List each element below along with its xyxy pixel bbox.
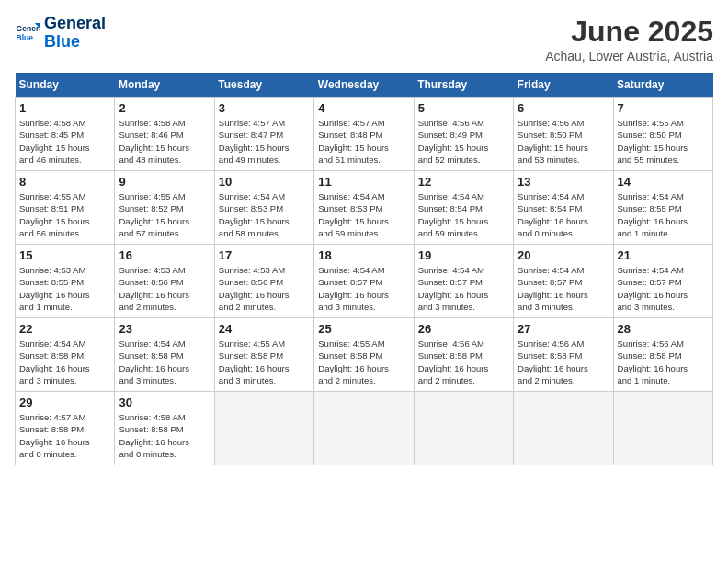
- calendar-week-row: 29Sunrise: 4:57 AM Sunset: 8:58 PM Dayli…: [16, 392, 713, 465]
- day-number: 7: [618, 101, 709, 115]
- day-number: 6: [518, 101, 609, 115]
- day-number: 10: [219, 175, 310, 189]
- day-info: Sunrise: 4:54 AM Sunset: 8:53 PM Dayligh…: [219, 190, 310, 239]
- day-info: Sunrise: 4:56 AM Sunset: 8:58 PM Dayligh…: [518, 338, 609, 386]
- table-row: 9Sunrise: 4:55 AM Sunset: 8:52 PM Daylig…: [115, 171, 214, 245]
- col-monday: Monday: [115, 73, 214, 98]
- day-info: Sunrise: 4:53 AM Sunset: 8:55 PM Dayligh…: [19, 264, 110, 313]
- day-number: 26: [418, 322, 509, 336]
- day-info: Sunrise: 4:54 AM Sunset: 8:57 PM Dayligh…: [618, 264, 709, 313]
- day-number: 4: [318, 101, 409, 115]
- table-row: [314, 392, 414, 465]
- table-row: [613, 392, 712, 465]
- location-subtitle: Achau, Lower Austria, Austria: [545, 49, 713, 63]
- day-info: Sunrise: 4:55 AM Sunset: 8:58 PM Dayligh…: [219, 338, 310, 386]
- table-row: 11Sunrise: 4:54 AM Sunset: 8:53 PM Dayli…: [314, 171, 414, 245]
- day-info: Sunrise: 4:57 AM Sunset: 8:58 PM Dayligh…: [19, 411, 110, 460]
- page-header: General Blue General Blue June 2025 Acha…: [15, 15, 713, 63]
- table-row: 22Sunrise: 4:54 AM Sunset: 8:58 PM Dayli…: [16, 318, 115, 392]
- table-row: 17Sunrise: 4:53 AM Sunset: 8:56 PM Dayli…: [214, 245, 313, 318]
- day-number: 29: [19, 396, 110, 409]
- day-info: Sunrise: 4:56 AM Sunset: 8:50 PM Dayligh…: [518, 117, 609, 166]
- table-row: [414, 392, 513, 465]
- day-number: 13: [518, 175, 609, 189]
- day-number: 16: [119, 248, 210, 262]
- day-number: 21: [618, 248, 709, 262]
- table-row: 16Sunrise: 4:53 AM Sunset: 8:56 PM Dayli…: [115, 245, 214, 318]
- day-number: 18: [318, 248, 409, 262]
- logo-text: General Blue: [44, 15, 106, 52]
- logo-icon: General Blue: [15, 20, 40, 46]
- day-number: 3: [219, 101, 310, 115]
- col-saturday: Saturday: [613, 73, 712, 98]
- day-number: 22: [19, 322, 110, 336]
- table-row: 4Sunrise: 4:57 AM Sunset: 8:48 PM Daylig…: [314, 98, 414, 171]
- calendar-week-row: 15Sunrise: 4:53 AM Sunset: 8:55 PM Dayli…: [16, 245, 713, 318]
- day-info: Sunrise: 4:56 AM Sunset: 8:58 PM Dayligh…: [618, 338, 709, 386]
- day-info: Sunrise: 4:54 AM Sunset: 8:53 PM Dayligh…: [318, 190, 409, 239]
- table-row: 14Sunrise: 4:54 AM Sunset: 8:55 PM Dayli…: [613, 171, 712, 245]
- day-number: 1: [19, 101, 110, 115]
- table-row: 10Sunrise: 4:54 AM Sunset: 8:53 PM Dayli…: [214, 171, 313, 245]
- day-info: Sunrise: 4:54 AM Sunset: 8:58 PM Dayligh…: [119, 338, 210, 386]
- day-number: 5: [418, 101, 509, 115]
- calendar-table: Sunday Monday Tuesday Wednesday Thursday…: [15, 73, 713, 465]
- table-row: 18Sunrise: 4:54 AM Sunset: 8:57 PM Dayli…: [314, 245, 414, 318]
- day-number: 30: [119, 396, 210, 409]
- table-row: 6Sunrise: 4:56 AM Sunset: 8:50 PM Daylig…: [514, 98, 613, 171]
- table-row: [214, 392, 313, 465]
- day-info: Sunrise: 4:54 AM Sunset: 8:54 PM Dayligh…: [518, 190, 609, 239]
- title-area: June 2025 Achau, Lower Austria, Austria: [545, 15, 713, 63]
- day-number: 14: [618, 175, 709, 189]
- day-info: Sunrise: 4:54 AM Sunset: 8:55 PM Dayligh…: [618, 190, 709, 239]
- col-friday: Friday: [514, 73, 613, 98]
- day-info: Sunrise: 4:54 AM Sunset: 8:57 PM Dayligh…: [518, 264, 609, 313]
- day-number: 17: [219, 248, 310, 262]
- table-row: 8Sunrise: 4:55 AM Sunset: 8:51 PM Daylig…: [16, 171, 115, 245]
- col-sunday: Sunday: [16, 73, 115, 98]
- day-number: 23: [119, 322, 210, 336]
- logo: General Blue General Blue: [15, 15, 106, 52]
- table-row: 23Sunrise: 4:54 AM Sunset: 8:58 PM Dayli…: [115, 318, 214, 392]
- day-info: Sunrise: 4:54 AM Sunset: 8:57 PM Dayligh…: [418, 264, 509, 313]
- day-number: 9: [119, 175, 210, 189]
- day-number: 24: [219, 322, 310, 336]
- table-row: 1Sunrise: 4:58 AM Sunset: 8:45 PM Daylig…: [16, 98, 115, 171]
- table-row: 7Sunrise: 4:55 AM Sunset: 8:50 PM Daylig…: [613, 98, 712, 171]
- calendar-week-row: 1Sunrise: 4:58 AM Sunset: 8:45 PM Daylig…: [16, 98, 713, 171]
- day-number: 15: [19, 248, 110, 262]
- col-tuesday: Tuesday: [214, 73, 313, 98]
- day-number: 11: [318, 175, 409, 189]
- day-number: 25: [318, 322, 409, 336]
- table-row: 3Sunrise: 4:57 AM Sunset: 8:47 PM Daylig…: [214, 98, 313, 171]
- table-row: 15Sunrise: 4:53 AM Sunset: 8:55 PM Dayli…: [16, 245, 115, 318]
- day-info: Sunrise: 4:55 AM Sunset: 8:51 PM Dayligh…: [19, 190, 110, 239]
- month-year-title: June 2025: [545, 15, 713, 49]
- table-row: 5Sunrise: 4:56 AM Sunset: 8:49 PM Daylig…: [414, 98, 513, 171]
- calendar-week-row: 22Sunrise: 4:54 AM Sunset: 8:58 PM Dayli…: [16, 318, 713, 392]
- day-info: Sunrise: 4:56 AM Sunset: 8:58 PM Dayligh…: [418, 338, 509, 386]
- svg-text:Blue: Blue: [17, 33, 34, 42]
- table-row: 20Sunrise: 4:54 AM Sunset: 8:57 PM Dayli…: [514, 245, 613, 318]
- table-row: 25Sunrise: 4:55 AM Sunset: 8:58 PM Dayli…: [314, 318, 414, 392]
- calendar-header-row: Sunday Monday Tuesday Wednesday Thursday…: [16, 73, 713, 98]
- table-row: 26Sunrise: 4:56 AM Sunset: 8:58 PM Dayli…: [414, 318, 513, 392]
- day-info: Sunrise: 4:57 AM Sunset: 8:48 PM Dayligh…: [318, 117, 409, 166]
- day-info: Sunrise: 4:54 AM Sunset: 8:57 PM Dayligh…: [318, 264, 409, 313]
- table-row: 24Sunrise: 4:55 AM Sunset: 8:58 PM Dayli…: [214, 318, 313, 392]
- day-info: Sunrise: 4:54 AM Sunset: 8:58 PM Dayligh…: [19, 338, 110, 386]
- col-thursday: Thursday: [414, 73, 513, 98]
- table-row: 19Sunrise: 4:54 AM Sunset: 8:57 PM Dayli…: [414, 245, 513, 318]
- col-wednesday: Wednesday: [314, 73, 414, 98]
- table-row: 30Sunrise: 4:58 AM Sunset: 8:58 PM Dayli…: [115, 392, 214, 465]
- day-info: Sunrise: 4:55 AM Sunset: 8:50 PM Dayligh…: [618, 117, 709, 166]
- day-info: Sunrise: 4:55 AM Sunset: 8:58 PM Dayligh…: [318, 338, 409, 386]
- day-info: Sunrise: 4:58 AM Sunset: 8:45 PM Dayligh…: [19, 117, 110, 166]
- table-row: 27Sunrise: 4:56 AM Sunset: 8:58 PM Dayli…: [514, 318, 613, 392]
- table-row: 12Sunrise: 4:54 AM Sunset: 8:54 PM Dayli…: [414, 171, 513, 245]
- day-info: Sunrise: 4:55 AM Sunset: 8:52 PM Dayligh…: [119, 190, 210, 239]
- table-row: 13Sunrise: 4:54 AM Sunset: 8:54 PM Dayli…: [514, 171, 613, 245]
- table-row: 28Sunrise: 4:56 AM Sunset: 8:58 PM Dayli…: [613, 318, 712, 392]
- day-info: Sunrise: 4:53 AM Sunset: 8:56 PM Dayligh…: [219, 264, 310, 313]
- table-row: 29Sunrise: 4:57 AM Sunset: 8:58 PM Dayli…: [16, 392, 115, 465]
